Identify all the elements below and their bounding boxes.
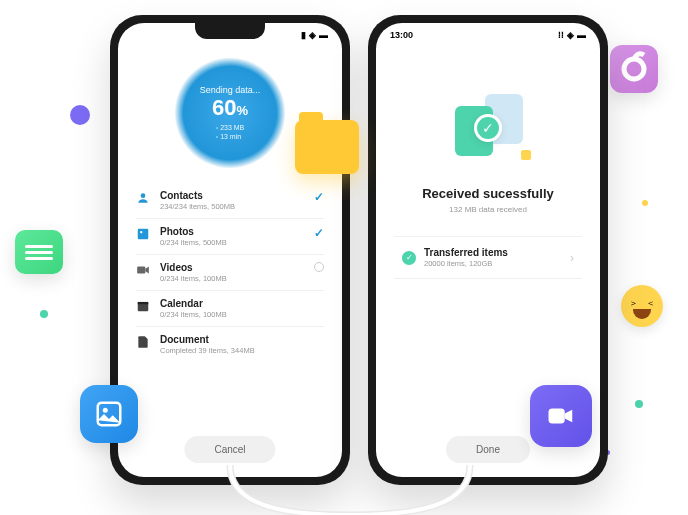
video-app-icon [530,385,592,447]
list-item[interactable]: Photos0/234 items, 500MB ✓ [136,219,324,255]
transfer-list: Contacts234/234 items, 500MB ✓ Photos0/2… [118,178,342,367]
video-icon [136,263,150,277]
check-icon: ✓ [314,190,324,204]
received-subtitle: 132 MB data received [376,205,600,214]
check-icon: ✓ [402,251,416,265]
list-item[interactable]: Videos0/234 items, 100MB [136,255,324,291]
photo-icon [136,227,150,241]
chevron-right-icon: › [570,251,574,265]
battery-icon: ▬ [319,30,328,40]
status-bar: 13:00 ⁞⁞◈▬ [376,23,600,43]
stat-time: 13 min [216,132,245,141]
contact-icon [136,191,150,205]
battery-icon: ▬ [577,30,586,40]
check-icon: ✓ [314,226,324,240]
list-item[interactable]: Contacts234/234 items, 500MB ✓ [136,183,324,219]
transferred-items-row[interactable]: ✓ Transferred items20000 items, 120GB › [394,236,582,279]
image-icon [80,385,138,443]
green-dot [40,310,48,318]
success-illustration: ✓ [443,88,533,168]
wifi-icon: ◈ [567,30,574,40]
document-icon [136,335,150,349]
cancel-button[interactable]: Cancel [184,436,275,463]
received-title: Received sucessfully [376,186,600,201]
signal-icon: ⁞⁞ [558,30,564,40]
purple-dot [70,105,90,125]
svg-rect-9 [549,409,565,424]
sending-label: Sending data... [200,85,261,95]
cable-illustration [160,465,540,515]
svg-rect-6 [138,302,149,304]
svg-point-1 [141,193,146,198]
green-dot-2 [635,400,643,408]
svg-point-3 [140,231,142,233]
chat-icon [15,230,63,274]
yellow-dot [642,200,648,206]
phone-sending: ▮◈▬ Sending data... 60% 233 MB 13 min Co… [110,15,350,485]
svg-point-0 [624,59,644,79]
music-icon [610,45,658,93]
radio-unchecked [314,262,324,272]
svg-point-8 [103,408,108,413]
progress-circle: Sending data... 60% 233 MB 13 min [175,58,285,168]
calendar-icon [136,299,150,313]
wifi-icon: ◈ [309,30,316,40]
percent-value: 60 [212,95,236,120]
list-item[interactable]: Calendar0/234 items, 100MB [136,291,324,327]
folder-icon [295,120,359,174]
laugh-emoji-icon: ＞＜ [621,285,663,327]
status-time: 13:00 [390,30,413,40]
done-button[interactable]: Done [446,436,530,463]
success-check-icon: ✓ [474,114,502,142]
stat-size: 233 MB [216,123,245,132]
signal-icon: ▮ [301,30,306,40]
svg-rect-2 [138,229,149,240]
svg-rect-4 [137,267,145,274]
list-item[interactable]: DocumentCompleted 39 items, 344MB [136,327,324,362]
